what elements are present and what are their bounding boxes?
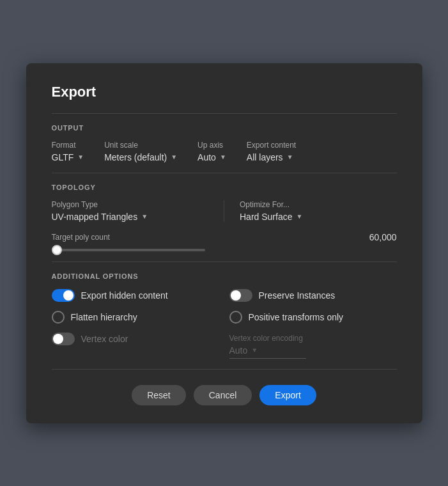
encoding-value: Auto xyxy=(229,345,248,356)
optimize-for-value: Hard Surface xyxy=(240,212,292,222)
slider-thumb[interactable] xyxy=(52,245,62,255)
flatten-hierarchy-row: Flatten hierarchy xyxy=(52,311,219,324)
up-axis-arrow-icon: ▼ xyxy=(220,153,226,161)
topology-row: Polygon Type UV-mapped Triangles ▼ Optim… xyxy=(52,200,397,222)
preserve-instances-row: Preserve Instances xyxy=(229,289,397,302)
polygon-type-label: Polygon Type xyxy=(52,200,209,209)
vertex-color-label: Vertex color xyxy=(81,334,128,344)
encoding-label: Vertex color encoding xyxy=(229,334,397,343)
additional-options-label: ADDITIONAL OPTIONS xyxy=(52,272,397,280)
poly-count-container: Target poly count 60,000 xyxy=(52,232,397,251)
options-col-left: Export hidden content Flatten hierarchy … xyxy=(52,289,219,359)
export-dialog: Export OUTPUT Format GLTF ▼ Unit scale M… xyxy=(26,63,422,423)
options-grid: Export hidden content Flatten hierarchy … xyxy=(52,289,397,359)
vertex-color-knob xyxy=(53,334,63,344)
preserve-instances-toggle[interactable] xyxy=(229,289,252,302)
polygon-type-arrow-icon: ▼ xyxy=(141,213,148,220)
footer-divider xyxy=(52,369,397,370)
title-divider xyxy=(52,113,397,114)
options-col-right: Preserve Instances Positive transforms o… xyxy=(229,289,397,359)
output-section-label: OUTPUT xyxy=(52,124,397,132)
export-content-label: Export content xyxy=(247,141,296,150)
export-button[interactable]: Export xyxy=(259,385,316,405)
optimize-for-label: Optimize For... xyxy=(240,200,397,209)
format-value: GLTF xyxy=(52,152,74,162)
topology-section-label: TOPOLOGY xyxy=(52,184,397,191)
encoding-group: Vertex color encoding Auto ▼ xyxy=(229,333,397,359)
optimize-for-dropdown[interactable]: Hard Surface ▼ xyxy=(240,212,397,222)
vertex-color-row: Vertex color xyxy=(52,333,219,345)
up-axis-value: Auto xyxy=(197,152,216,162)
up-axis-label: Up axis xyxy=(197,141,226,150)
topology-right: Optimize For... Hard Surface ▼ xyxy=(240,200,397,222)
positive-transforms-radio[interactable] xyxy=(229,311,242,324)
footer: Reset Cancel Export xyxy=(52,385,397,405)
format-dropdown[interactable]: GLTF ▼ xyxy=(52,152,84,162)
unit-scale-label: Unit scale xyxy=(104,141,177,150)
format-arrow-icon: ▼ xyxy=(77,153,84,161)
positive-transforms-row: Positive transforms only xyxy=(229,311,397,324)
flatten-hierarchy-radio[interactable] xyxy=(52,311,65,324)
unit-scale-arrow-icon: ▼ xyxy=(171,153,177,161)
up-axis-group: Up axis Auto ▼ xyxy=(197,141,226,162)
unit-scale-value: Meters (default) xyxy=(104,152,167,162)
format-group: Format GLTF ▼ xyxy=(52,141,84,162)
format-label: Format xyxy=(52,141,84,150)
encoding-arrow-icon: ▼ xyxy=(251,347,258,354)
optimize-for-arrow-icon: ▼ xyxy=(296,213,302,220)
poly-count-label: Target poly count xyxy=(52,233,110,242)
export-content-dropdown[interactable]: All layers ▼ xyxy=(247,152,296,162)
output-row: Format GLTF ▼ Unit scale Meters (default… xyxy=(52,141,397,162)
polygon-type-group: Polygon Type UV-mapped Triangles ▼ xyxy=(52,200,209,222)
optimize-for-group: Optimize For... Hard Surface ▼ xyxy=(240,200,397,222)
dialog-title: Export xyxy=(52,84,397,100)
export-hidden-row: Export hidden content xyxy=(52,289,219,302)
export-content-arrow-icon: ▼ xyxy=(287,153,293,161)
export-hidden-toggle[interactable] xyxy=(52,289,75,302)
positive-transforms-label: Positive transforms only xyxy=(249,312,344,322)
up-axis-dropdown[interactable]: Auto ▼ xyxy=(197,152,226,162)
export-content-value: All layers xyxy=(247,152,283,162)
export-hidden-label: Export hidden content xyxy=(81,290,168,301)
output-divider xyxy=(52,173,397,173)
preserve-instances-knob xyxy=(231,290,241,301)
unit-scale-group: Unit scale Meters (default) ▼ xyxy=(104,141,177,162)
poly-count-slider[interactable] xyxy=(52,249,205,251)
export-content-group: Export content All layers ▼ xyxy=(247,141,296,162)
topology-left: Polygon Type UV-mapped Triangles ▼ xyxy=(52,200,225,222)
cancel-button[interactable]: Cancel xyxy=(194,385,252,405)
encoding-dropdown[interactable]: Auto ▼ xyxy=(229,345,306,359)
polygon-type-dropdown[interactable]: UV-mapped Triangles ▼ xyxy=(52,212,209,222)
unit-scale-dropdown[interactable]: Meters (default) ▼ xyxy=(104,152,177,162)
topology-divider xyxy=(52,262,397,262)
poly-count-row: Target poly count 60,000 xyxy=(52,232,397,242)
poly-count-value: 60,000 xyxy=(369,232,397,242)
reset-button[interactable]: Reset xyxy=(132,385,186,405)
flatten-hierarchy-label: Flatten hierarchy xyxy=(71,312,137,322)
export-hidden-knob xyxy=(63,290,73,301)
vertex-color-toggle[interactable] xyxy=(52,333,75,345)
polygon-type-value: UV-mapped Triangles xyxy=(52,212,138,222)
preserve-instances-label: Preserve Instances xyxy=(259,290,336,301)
